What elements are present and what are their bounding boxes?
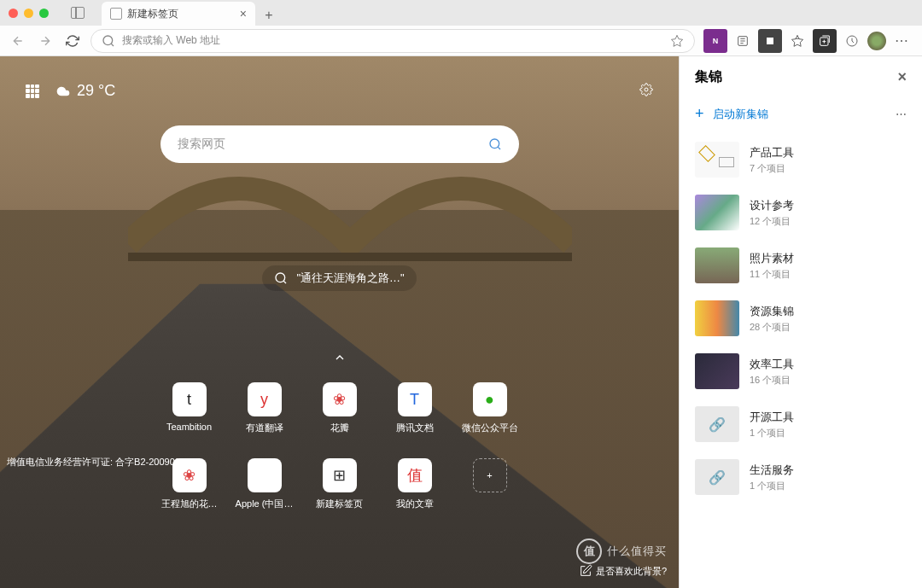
image-caption[interactable]: "通往天涯海角之路…" xyxy=(262,265,416,291)
collection-thumbnail xyxy=(695,300,739,336)
collection-thumbnail xyxy=(695,195,739,230)
collection-count: 16 个项目 xyxy=(750,374,794,387)
tile-label: Apple (中国… xyxy=(236,498,294,510)
collections-button[interactable] xyxy=(813,29,837,53)
tile-icon: ● xyxy=(473,382,507,416)
new-tab-button[interactable]: + xyxy=(259,5,279,26)
maximize-window[interactable] xyxy=(39,9,49,18)
collection-name: 设计参考 xyxy=(750,198,794,213)
search-icon xyxy=(102,34,115,48)
favorites-icon[interactable] xyxy=(670,34,684,48)
add-tile-button[interactable]: + xyxy=(460,458,520,510)
plus-icon: + xyxy=(695,105,704,123)
collection-item[interactable]: 🔗生活服务1 个项目 xyxy=(688,452,913,502)
tile-icon: T xyxy=(398,382,432,416)
collection-name: 资源集锦 xyxy=(750,304,794,319)
expand-tiles-button[interactable] xyxy=(333,351,347,367)
new-collection-button[interactable]: + 启动新集锦 ⋯ xyxy=(680,98,922,135)
collection-name: 照片素材 xyxy=(750,251,794,266)
onenote-extension[interactable]: N xyxy=(703,29,727,53)
quick-link-tile[interactable]: Apple (中国… xyxy=(235,458,295,510)
collection-thumbnail xyxy=(695,142,739,178)
new-tab-page: 29 °C 搜索网页 "通往天涯海角之路…" tTeambitiony有道翻译❀… xyxy=(0,56,679,588)
quick-link-tile[interactable]: ●微信公众平台 xyxy=(460,382,520,434)
tab-close-icon[interactable]: × xyxy=(240,7,247,20)
settings-button[interactable] xyxy=(639,83,653,100)
sidebar-toggle-icon[interactable] xyxy=(71,7,85,19)
new-collection-label: 启动新集锦 xyxy=(713,107,768,122)
tile-icon: t xyxy=(172,382,207,416)
collection-thumbnail: 🔗 xyxy=(695,406,739,442)
forward-button[interactable] xyxy=(36,32,55,50)
tile-icon xyxy=(248,458,282,492)
collection-name: 效率工具 xyxy=(750,357,794,372)
tile-label: 新建标签页 xyxy=(316,498,363,510)
watermark: 值 什么值得买 xyxy=(576,539,667,564)
collection-count: 28 个项目 xyxy=(750,321,794,334)
collection-item[interactable]: 产品工具7 个项目 xyxy=(688,135,913,184)
collection-thumbnail xyxy=(695,353,739,389)
collection-count: 7 个项目 xyxy=(750,162,794,175)
browser-tab[interactable]: 新建标签页 × xyxy=(102,2,255,26)
titlebar: 新建标签页 × + xyxy=(0,0,922,26)
collection-name: 开源工具 xyxy=(750,410,794,425)
quick-link-tile[interactable]: tTeambition xyxy=(160,382,219,434)
extensions-icon[interactable] xyxy=(840,29,864,53)
collection-count: 12 个项目 xyxy=(750,215,794,228)
tile-label: 微信公众平台 xyxy=(462,422,518,434)
close-panel-button[interactable]: × xyxy=(897,68,907,86)
tile-label: Teambition xyxy=(166,422,212,432)
svg-point-7 xyxy=(276,273,285,282)
collection-item[interactable]: 照片素材11 个项目 xyxy=(688,241,913,290)
collection-thumbnail: 🔗 xyxy=(695,459,739,495)
collection-item[interactable]: 效率工具16 个项目 xyxy=(688,346,913,396)
svg-point-6 xyxy=(490,139,499,148)
more-menu-button[interactable]: ⋯ xyxy=(890,29,913,53)
collections-list: 产品工具7 个项目设计参考12 个项目照片素材11 个项目资源集锦28 个项目效… xyxy=(680,135,922,588)
plus-icon: + xyxy=(473,458,507,492)
background-feedback[interactable]: 是否喜欢此背景? xyxy=(579,564,667,578)
panel-more-button[interactable]: ⋯ xyxy=(896,108,907,120)
collection-item[interactable]: 资源集锦28 个项目 xyxy=(688,294,913,343)
quick-link-tile[interactable]: ❀花瓣 xyxy=(310,382,370,434)
favorites-bar-icon[interactable] xyxy=(785,29,809,53)
bg-like-text: 是否喜欢此背景? xyxy=(596,565,667,578)
dark-ext-icon[interactable] xyxy=(758,29,782,53)
toolbar-actions: N ⋯ xyxy=(703,29,913,53)
svg-rect-2 xyxy=(767,38,773,44)
profile-avatar[interactable] xyxy=(867,32,886,50)
quick-link-tile[interactable]: ⊞新建标签页 xyxy=(310,458,370,510)
tile-icon: ⊞ xyxy=(323,458,357,492)
toolbar: 搜索或输入 Web 地址 N ⋯ xyxy=(0,26,922,56)
quick-link-tile[interactable]: 值我的文章 xyxy=(385,458,445,510)
quick-link-tile[interactable]: y有道翻译 xyxy=(235,382,295,434)
tab-favicon xyxy=(110,8,122,20)
minimize-window[interactable] xyxy=(24,9,33,18)
quick-link-tile[interactable]: T腾讯文档 xyxy=(385,382,445,434)
temperature: 29 °C xyxy=(77,82,115,100)
tile-icon: y xyxy=(248,382,282,416)
ntp-search-box[interactable]: 搜索网页 xyxy=(160,125,519,163)
address-bar[interactable]: 搜索或输入 Web 地址 xyxy=(90,29,695,53)
tile-icon: 值 xyxy=(398,458,432,492)
collection-name: 产品工具 xyxy=(750,145,794,160)
weather-widget[interactable]: 29 °C xyxy=(56,82,115,100)
caption-text: "通往天涯海角之路…" xyxy=(296,271,404,286)
tab-strip: 新建标签页 × + xyxy=(102,0,913,26)
ntp-header: 29 °C xyxy=(0,82,679,100)
collection-item[interactable]: 设计参考12 个项目 xyxy=(688,188,913,237)
panel-header: 集锦 × xyxy=(680,56,922,98)
panel-title: 集锦 xyxy=(695,68,722,86)
reading-list-icon[interactable] xyxy=(731,29,755,53)
collection-item[interactable]: 🔗开源工具1 个项目 xyxy=(688,399,913,449)
tile-label: 花瓣 xyxy=(330,422,349,434)
refresh-button[interactable] xyxy=(63,32,82,50)
back-button[interactable] xyxy=(9,32,27,50)
collection-count: 1 个项目 xyxy=(750,427,794,440)
search-icon[interactable] xyxy=(488,137,502,151)
collections-panel: 集锦 × + 启动新集锦 ⋯ 产品工具7 个项目设计参考12 个项目照片素材11… xyxy=(679,56,922,588)
close-window[interactable] xyxy=(9,9,18,18)
apps-grid-icon[interactable] xyxy=(26,84,39,98)
tile-icon: ❀ xyxy=(323,382,357,416)
quick-links-grid: tTeambitiony有道翻译❀花瓣T腾讯文档●微信公众平台❀王程旭的花…Ap… xyxy=(160,382,520,510)
